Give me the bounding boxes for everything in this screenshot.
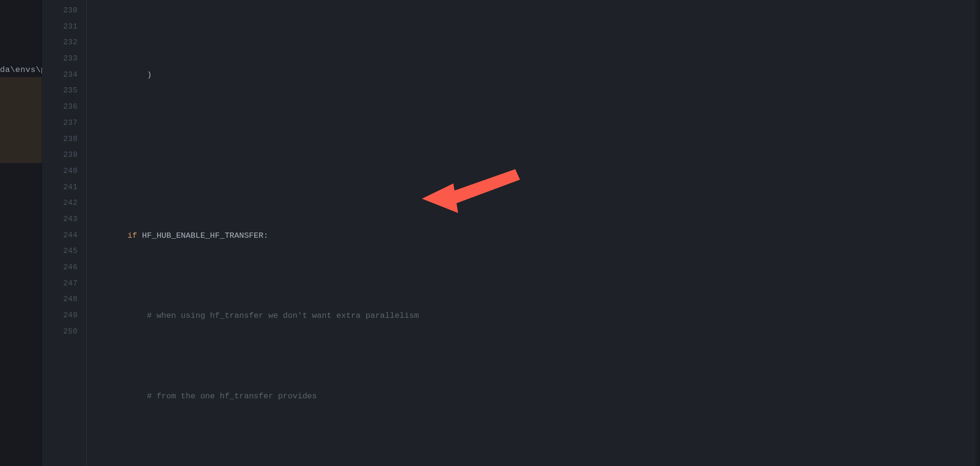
code-editor[interactable]: ) if HF_HUB_ENABLE_HF_TRANSFER: # when u… [87,0,980,466]
code-line[interactable]: if HF_HUB_ENABLE_HF_TRANSFER: [87,228,980,244]
line-number[interactable]: 235 [42,83,86,99]
line-number[interactable]: 250 [42,324,86,340]
comment: # when using hf_transfer we don't want e… [147,308,419,324]
editor-scrollbar[interactable] [973,0,980,466]
line-number-gutter[interactable]: 230 231 232 233 234 235 236 237 238 239 … [42,0,87,466]
side-panel-path-fragment: da\envs\p [0,62,46,78]
indent [89,228,128,244]
code-token: HF_HUB_ENABLE_HF_TRANSFER: [137,228,268,244]
svg-marker-1 [422,183,458,213]
code-token: ) [89,67,152,83]
line-number[interactable]: 230 [42,3,86,19]
keyword-if: if [128,228,137,244]
line-number[interactable]: 244 [42,228,86,244]
line-number[interactable]: 234 [42,67,86,83]
line-number[interactable]: 233 [42,51,86,67]
line-number[interactable]: 231 [42,19,86,35]
indent [89,388,147,405]
code-line[interactable] [87,147,980,163]
line-number[interactable]: 239 [42,147,86,163]
line-number[interactable]: 247 [42,276,86,292]
line-number[interactable]: 237 [42,115,86,132]
editor-workspace: da\envs\p 230 231 232 233 234 235 236 23… [0,0,980,466]
indent [89,308,147,324]
line-number[interactable]: 245 [42,243,86,260]
line-number[interactable]: 232 [42,35,86,51]
line-number[interactable]: 240 [42,163,86,180]
line-number[interactable]: 236 [42,99,86,115]
line-number[interactable]: 238 [42,132,86,148]
side-panel-sliver: da\envs\p [0,0,42,466]
line-number[interactable]: 248 [42,292,86,308]
comment: # from the one hf_transfer provides [147,388,317,405]
svg-marker-0 [448,169,520,204]
line-number[interactable]: 246 [42,260,86,276]
code-line[interactable]: # when using hf_transfer we don't want e… [87,308,980,324]
code-line[interactable]: # from the one hf_transfer provides [87,388,980,405]
line-number[interactable]: 241 [42,180,86,196]
code-line[interactable]: ) [87,67,980,83]
side-panel-selection [0,77,42,163]
line-number[interactable]: 242 [42,195,86,212]
line-number[interactable]: 249 [42,308,86,324]
line-number[interactable]: 243 [42,212,86,228]
